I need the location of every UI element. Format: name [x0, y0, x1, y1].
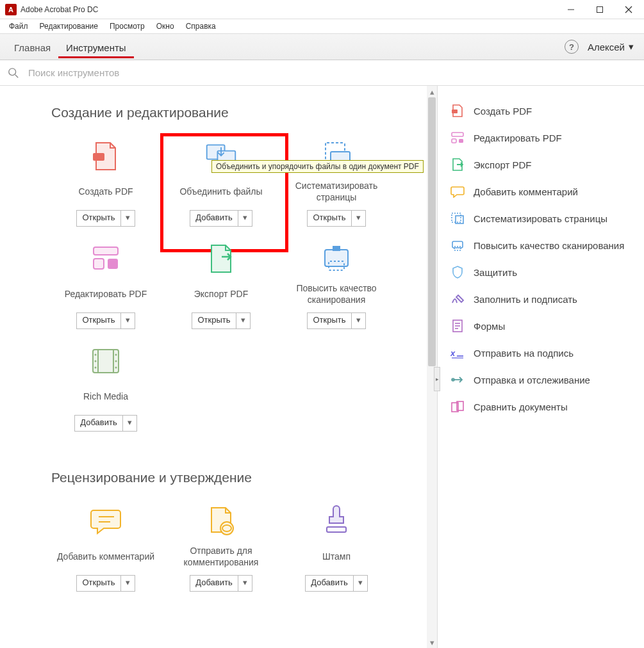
- create-icon: [450, 104, 465, 118]
- tool-label: Штамп: [322, 544, 351, 569]
- menu-view[interactable]: Просмотр: [104, 20, 150, 32]
- sidebar-item-label: Сравнить документы: [474, 401, 568, 412]
- svg-point-22: [115, 354, 117, 356]
- sidebar-item-label: Создать PDF: [474, 106, 532, 117]
- titlebar: A Adobe Acrobat Pro DC: [0, 0, 644, 19]
- scroll-thumb[interactable]: [428, 97, 436, 366]
- sidebar-item-forms[interactable]: Формы: [445, 312, 639, 339]
- sidebar-item-compare[interactable]: Сравнить документы: [445, 393, 639, 420]
- scroll-up-icon[interactable]: ▴: [427, 86, 437, 97]
- search-row: [0, 60, 644, 86]
- search-input[interactable]: [28, 67, 636, 78]
- sidebar-item-comment[interactable]: Добавить комментарий: [445, 178, 639, 205]
- user-menu[interactable]: Алексей ▾: [588, 41, 638, 53]
- svg-text:x: x: [450, 348, 456, 358]
- sidebar-item-label: Отправка и отслеживание: [474, 375, 590, 385]
- tool-action-button[interactable]: Открыть▾: [307, 210, 365, 227]
- minimize-button[interactable]: [556, 1, 585, 19]
- tooltip-combine-files: Объединить и упорядочить файлы в один до…: [211, 160, 424, 173]
- tool-export-pdf[interactable]: Экспорт PDF Открыть▾: [167, 239, 276, 329]
- tab-tools[interactable]: Инструменты: [58, 36, 134, 58]
- send-comments-icon: [204, 505, 238, 538]
- tool-edit-pdf[interactable]: Редактировать PDF Открыть▾: [51, 239, 160, 329]
- chevron-down-icon: ▾: [123, 416, 136, 431]
- comment-icon: [89, 505, 122, 538]
- svg-rect-13: [108, 259, 118, 269]
- section-create-edit: Создание и редактирование: [51, 105, 420, 120]
- tool-label: Объединить файлы: [179, 179, 262, 204]
- sidebar-item-organize[interactable]: Систематизировать страницы: [445, 205, 639, 232]
- tool-label: Отправить для комментирования: [167, 544, 276, 569]
- comment-icon: [450, 184, 465, 198]
- main-panel: Создание и редактирование Объединить и у…: [0, 86, 438, 648]
- sidebar-item-sign[interactable]: Заполнить и подписать: [445, 286, 639, 312]
- svg-rect-33: [459, 139, 463, 143]
- protect-icon: [450, 265, 465, 279]
- svg-rect-29: [327, 527, 346, 532]
- tool-action-button[interactable]: Открыть▾: [76, 575, 135, 592]
- tool-action-button[interactable]: Открыть▾: [76, 210, 135, 227]
- menu-edit[interactable]: Редактирование: [35, 20, 103, 32]
- sidebar-item-label: Защитить: [474, 267, 517, 278]
- chevron-down-icon: ▾: [629, 41, 634, 53]
- tool-add-comment[interactable]: Добавить комментарий Открыть▾: [51, 502, 160, 592]
- app-title: Adobe Acrobat Pro DC: [21, 5, 556, 14]
- svg-point-19: [95, 354, 97, 356]
- chevron-down-icon: ▾: [121, 576, 135, 591]
- svg-point-23: [115, 360, 117, 362]
- svg-rect-30: [452, 109, 458, 113]
- sidebar-item-track[interactable]: Отправка и отслеживание: [445, 366, 639, 393]
- send-sign-icon: x: [450, 346, 465, 360]
- close-button[interactable]: [614, 1, 643, 19]
- sidebar-item-send-sign[interactable]: xОтправить на подпись: [445, 339, 639, 366]
- tab-home[interactable]: Главная: [6, 36, 58, 58]
- menu-help[interactable]: Справка: [181, 20, 221, 32]
- menu-window[interactable]: Окно: [151, 20, 179, 32]
- chevron-down-icon: ▾: [121, 211, 135, 226]
- edit-pdf-icon: [89, 242, 122, 275]
- section-review-approve: Рецензирование и утверждение: [51, 470, 420, 485]
- svg-point-20: [95, 360, 97, 362]
- scroll-down-icon[interactable]: ▾: [427, 636, 437, 648]
- tool-label: Повысить качество сканирования: [282, 282, 391, 306]
- svg-rect-31: [452, 133, 463, 136]
- tool-enhance-scans[interactable]: Повысить качество сканирования Открыть▾: [282, 239, 391, 329]
- sidebar-item-label: Отправить на подпись: [474, 348, 574, 359]
- sidebar-item-edit[interactable]: Редактировать PDF: [445, 124, 639, 151]
- chevron-down-icon: ▾: [352, 313, 365, 328]
- tool-action-button[interactable]: Открыть▾: [76, 312, 135, 329]
- tool-action-button[interactable]: Открыть▾: [192, 312, 250, 329]
- tool-action-button[interactable]: Открыть▾: [307, 312, 365, 329]
- svg-rect-32: [452, 139, 456, 143]
- search-icon: [8, 67, 19, 79]
- tool-action-button[interactable]: Добавить▾: [74, 415, 136, 432]
- sidebar-item-label: Добавить комментарий: [474, 186, 578, 197]
- sidebar-item-scan[interactable]: Повысить качество сканирования: [445, 232, 639, 259]
- tool-label: Систематизировать страницы: [282, 179, 391, 204]
- tool-send-for-comments[interactable]: Отправить для комментирования Добавить▾: [167, 502, 276, 592]
- tool-organize-pages[interactable]: Систематизировать страницы Открыть▾: [282, 137, 391, 227]
- sidebar-item-export[interactable]: Экспорт PDF: [445, 151, 639, 178]
- sidebar-item-protect[interactable]: Защитить: [445, 259, 639, 286]
- chevron-down-icon: ▾: [121, 313, 135, 328]
- chevron-down-icon: ▾: [354, 576, 367, 591]
- tool-create-pdf[interactable]: Создать PDF Открыть▾: [51, 137, 160, 227]
- svg-rect-34: [452, 213, 461, 222]
- tool-stamp[interactable]: Штамп Добавить▾: [282, 502, 391, 592]
- tool-action-button[interactable]: Добавить▾: [305, 575, 367, 592]
- side-collapse-handle[interactable]: ▸: [434, 367, 440, 391]
- scan-icon: [450, 238, 465, 252]
- maximize-button[interactable]: [585, 1, 614, 19]
- chevron-down-icon: ▾: [352, 211, 365, 226]
- chevron-down-icon: ▾: [236, 313, 250, 328]
- tool-combine-files[interactable]: Объединить файлы Добавить▾: [167, 137, 276, 227]
- sidebar-item-create[interactable]: Создать PDF: [445, 97, 639, 124]
- help-icon[interactable]: ?: [565, 40, 579, 54]
- svg-rect-37: [454, 247, 461, 250]
- tool-action-button[interactable]: Добавить▾: [190, 575, 252, 592]
- tool-action-button[interactable]: Добавить▾: [190, 210, 252, 227]
- chevron-down-icon: ▾: [238, 211, 252, 226]
- tool-rich-media[interactable]: Rich Media Добавить▾: [51, 342, 160, 432]
- tabbar: Главная Инструменты ? Алексей ▾: [0, 33, 644, 60]
- menu-file[interactable]: Файл: [4, 20, 33, 32]
